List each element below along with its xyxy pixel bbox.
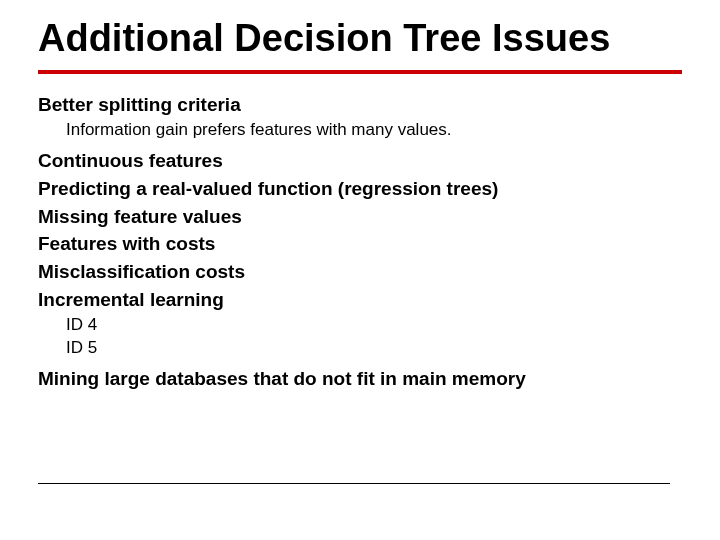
bullet-features-with-costs: Features with costs	[38, 231, 682, 257]
subbullet-info-gain: Information gain prefers features with m…	[66, 119, 682, 142]
bullet-continuous-features: Continuous features	[38, 148, 682, 174]
bullet-splitting-criteria: Better splitting criteria	[38, 92, 682, 118]
subbullet-id5: ID 5	[66, 337, 682, 360]
bullet-regression-trees: Predicting a real-valued function (regre…	[38, 176, 682, 202]
bullet-misclassification-costs: Misclassification costs	[38, 259, 682, 285]
title-underline	[38, 70, 682, 74]
bullet-large-databases: Mining large databases that do not fit i…	[38, 366, 682, 392]
slide-title: Additional Decision Tree Issues	[38, 18, 682, 66]
slide: Additional Decision Tree Issues Better s…	[0, 0, 720, 540]
subbullet-id4: ID 4	[66, 314, 682, 337]
bullet-incremental-learning: Incremental learning	[38, 287, 682, 313]
bullet-missing-values: Missing feature values	[38, 204, 682, 230]
footer-rule	[38, 483, 670, 484]
slide-body: Better splitting criteria Information ga…	[38, 92, 682, 392]
